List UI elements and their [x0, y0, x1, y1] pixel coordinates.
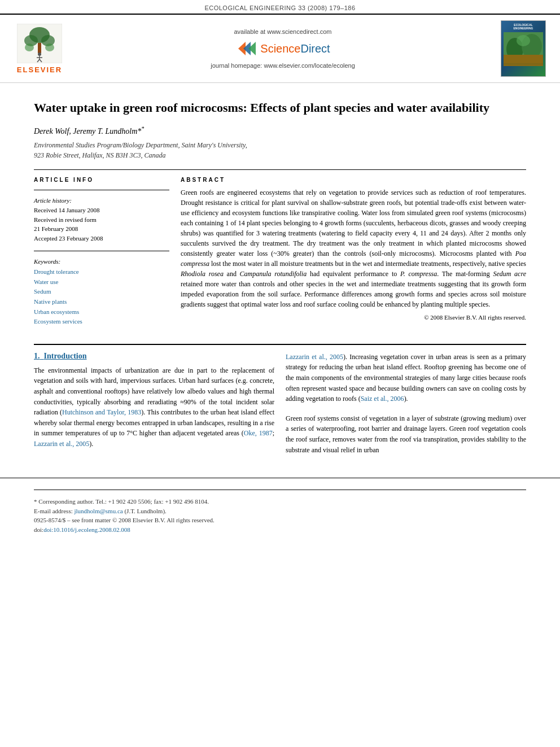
- keywords-group: Keywords: Drought toleranceWater useSedu…: [34, 258, 169, 327]
- copyright-text: © 2008 Elsevier B.V. All rights reserved…: [181, 314, 526, 321]
- footnote-corresponding: * Corresponding author. Tel.: +1 902 420…: [34, 497, 526, 506]
- hutchinson-ref[interactable]: Hutchinson and Taylor, 1983: [62, 408, 141, 416]
- lazzarin-ref-2[interactable]: Lazzarin et al., 2005: [286, 353, 343, 361]
- intro-body-left: The environmental impacts of urbanizatio…: [34, 365, 274, 449]
- article-history: Article history: Received 14 January 200…: [34, 197, 169, 243]
- header-center: available at www.sciencedirect.com Scien…: [73, 20, 492, 77]
- page: ECOLOGICAL ENGINEERING 33 (2008) 179–186: [0, 0, 560, 747]
- footnote-doi: doi:doi:10.1016/j.ecoleng.2008.02.008: [34, 525, 526, 535]
- journal-cover: ECOLOGICALENGINEERING: [498, 20, 549, 77]
- footnote-divider: [34, 490, 526, 490]
- cover-nature-svg: [504, 32, 543, 63]
- intro-heading: 1. Introduction: [34, 352, 274, 361]
- journal-reference: ECOLOGICAL ENGINEERING 33 (2008) 179–186: [0, 0, 560, 14]
- keywords-list: Drought toleranceWater useSedumNative pl…: [34, 267, 169, 327]
- doi-link[interactable]: doi:10.1016/j.ecoleng.2008.02.008: [43, 526, 130, 533]
- svg-point-5: [25, 43, 34, 51]
- elsevier-text: ELSEVIER: [17, 65, 62, 74]
- keyword-item[interactable]: Native plants: [34, 297, 169, 307]
- history-label: Article history:: [34, 197, 169, 204]
- article-info-abstract: ARTICLE INFO Article history: Received 1…: [34, 177, 526, 335]
- authors: Derek Wolf, Jeremy T. Lundholm**: [34, 125, 526, 136]
- corresponding-text: * Corresponding author. Tel.: +1 902 420…: [34, 498, 209, 505]
- affiliation-line2: 923 Robie Street, Halifax, NS B3H 3C3, C…: [34, 151, 166, 159]
- divider-keywords: [34, 251, 169, 251]
- lazzarin-ref[interactable]: Lazzarin et al., 2005: [34, 440, 89, 448]
- footnote-section: * Corresponding author. Tel.: +1 902 420…: [0, 478, 560, 540]
- corresponding-star: *: [141, 125, 144, 132]
- intro-body-right-2: Green roof systems consist of vegetation…: [286, 413, 526, 455]
- bottom-divider: [34, 344, 526, 345]
- oke-ref[interactable]: Oke, 1987: [244, 429, 273, 437]
- footnote-email: E-mail address: jlundholm@smu.ca (J.T. L…: [34, 506, 526, 516]
- available-text: available at www.sciencedirect.com: [234, 28, 331, 35]
- abstract-text: Green roofs are engineered ecosystems th…: [181, 187, 526, 309]
- journal-homepage-text: journal homepage: www.elsevier.com/locat…: [211, 62, 355, 69]
- svg-point-19: [517, 35, 530, 46]
- abstract-section: ABSTRACT Green roofs are engineered ecos…: [181, 177, 526, 335]
- svg-point-6: [45, 43, 54, 51]
- keyword-item[interactable]: Sedum: [34, 287, 169, 297]
- cover-title: ECOLOGICALENGINEERING: [513, 23, 533, 30]
- accepted-date: Accepted 23 February 2008: [34, 234, 169, 243]
- sciencedirect-logo[interactable]: ScienceDirect: [235, 37, 330, 60]
- body-two-col: 1. Introduction The environmental impact…: [34, 352, 526, 455]
- keyword-item[interactable]: Ecosystem services: [34, 317, 169, 327]
- divider-info: [34, 190, 169, 190]
- svg-rect-18: [504, 55, 543, 63]
- keyword-item[interactable]: Drought tolerance: [34, 267, 169, 277]
- abstract-label: ABSTRACT: [181, 177, 526, 183]
- article-info-label: ARTICLE INFO: [34, 177, 169, 183]
- intro-number: 1.: [34, 352, 40, 360]
- sd-label-text: ScienceDirect: [260, 42, 330, 55]
- intro-body-right-1: Lazzarin et al., 2005). Increasing veget…: [286, 352, 526, 404]
- email-link[interactable]: jlundholm@smu.ca: [74, 508, 123, 514]
- sciencedirect-container: available at www.sciencedirect.com Scien…: [211, 28, 355, 69]
- body-left: 1. Introduction The environmental impact…: [34, 352, 274, 455]
- cover-image: ECOLOGICALENGINEERING: [501, 20, 546, 77]
- revised-label: Received in revised form: [34, 215, 169, 225]
- elsevier-tree-icon: [17, 24, 62, 63]
- sd-arrows-icon: [235, 37, 258, 60]
- intro-heading-text: Introduction: [44, 352, 87, 360]
- svg-rect-4: [38, 43, 41, 53]
- authors-text: Derek Wolf, Jeremy T. Lundholm*: [34, 126, 141, 135]
- keyword-item[interactable]: Urban ecosystems: [34, 307, 169, 317]
- affiliation: Environmental Studies Program/Biology De…: [34, 140, 526, 160]
- received-date: Received 14 January 2008: [34, 206, 169, 215]
- article-title: Water uptake in green roof microcosms: E…: [34, 100, 526, 116]
- svg-point-7: [38, 53, 41, 56]
- keyword-item[interactable]: Water use: [34, 277, 169, 287]
- saiz-ref[interactable]: Saiz et al., 2006: [361, 395, 404, 403]
- divider-1: [34, 169, 526, 170]
- keywords-label: Keywords:: [34, 258, 169, 265]
- footnote-issn: 0925-8574/$ – see front matter © 2008 El…: [34, 516, 526, 525]
- article-info-panel: ARTICLE INFO Article history: Received 1…: [34, 177, 169, 335]
- cover-nature-image: [504, 32, 543, 66]
- journal-header: ELSEVIER available at www.sciencedirect.…: [0, 14, 560, 83]
- main-content: Water uptake in green roof microcosms: E…: [0, 83, 560, 466]
- body-right: Lazzarin et al., 2005). Increasing veget…: [286, 352, 526, 455]
- revised-date: 21 February 2008: [34, 224, 169, 234]
- journal-ref-text: ECOLOGICAL ENGINEERING 33 (2008) 179–186: [204, 5, 355, 11]
- elsevier-logo: ELSEVIER: [11, 20, 68, 77]
- affiliation-line1: Environmental Studies Program/Biology De…: [34, 141, 247, 149]
